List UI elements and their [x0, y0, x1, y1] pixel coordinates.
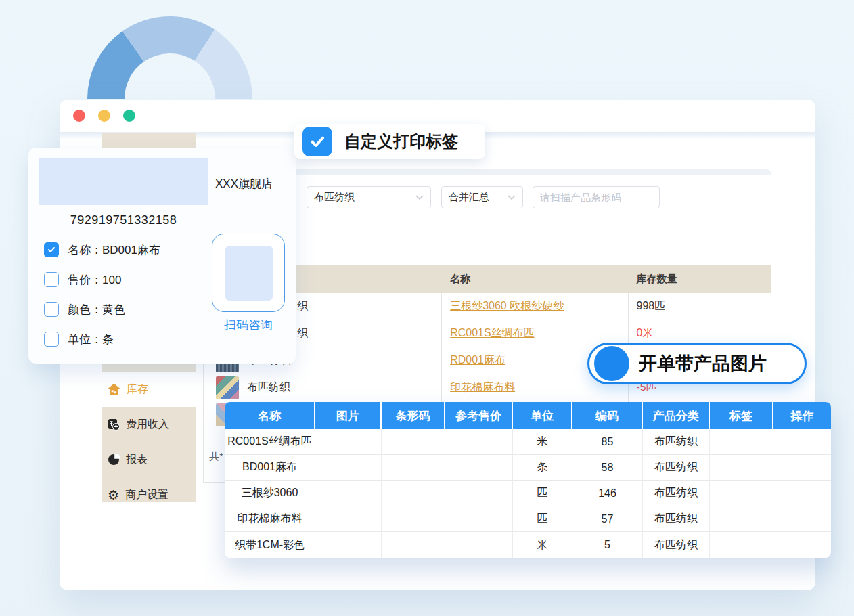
category-select-value: 布匹纺织: [314, 191, 355, 204]
feature-badge-print-label: 自定义打印标签: [294, 124, 485, 159]
check-icon: [47, 245, 56, 255]
cell: [315, 429, 382, 455]
col-header: 产品分类: [643, 402, 710, 429]
sidebar-item-label: 费用收入: [126, 418, 169, 432]
cell: [710, 506, 773, 532]
cell: [382, 455, 445, 481]
product-table-header: 名称 图片 条形码 参考售价 单位 编码 产品分类 标签 操作: [225, 402, 831, 429]
barcode-scan-field: [533, 186, 660, 208]
cell: [773, 481, 831, 506]
col-header: 条形码: [382, 402, 445, 429]
cell: 布匹纺织: [643, 532, 710, 558]
cell: 织带1CM-彩色: [225, 532, 315, 558]
cell: [382, 532, 445, 558]
chevron-down-icon: [508, 195, 516, 200]
product-name-link[interactable]: RD001麻布: [450, 353, 505, 368]
minimize-window-button[interactable]: [98, 110, 110, 122]
cell: [773, 429, 831, 455]
cell: 布匹纺织: [643, 481, 710, 506]
barcode-number: 792919751332158: [39, 213, 208, 227]
cell: [773, 455, 831, 481]
cell: 57: [572, 506, 643, 532]
cell: [773, 532, 831, 558]
merge-select-value: 合并汇总: [449, 191, 489, 204]
cell: BD001麻布: [225, 455, 315, 481]
sidebar-item-merchant-settings[interactable]: ⚙ 商户设置: [102, 477, 196, 502]
sidebar-item-inventory[interactable]: 库存: [102, 372, 196, 407]
cell: [382, 429, 445, 455]
check-icon: [309, 133, 326, 150]
field-checkbox[interactable]: [44, 242, 59, 257]
sidebar-item-reports[interactable]: 报表: [102, 442, 196, 477]
product-table-body: RC001S丝绸布匹米85布匹纺织 BD001麻布条58布匹纺织 三根纱3060…: [225, 429, 831, 558]
cell: RC001S丝绸布匹: [225, 429, 315, 455]
cell: [773, 506, 831, 532]
sidebar-item-label: 商户设置: [125, 488, 168, 502]
product-name-link[interactable]: 三根纱3060 欧根纱硬纱: [450, 299, 564, 313]
cell: [445, 532, 513, 558]
cell: 5: [572, 532, 643, 558]
label-image-placeholder: [39, 158, 208, 205]
print-label-card: XXX旗舰店 792919751332158 名称：BD001麻布 售价：100…: [28, 148, 296, 364]
cell: [382, 506, 445, 532]
field-checkbox[interactable]: [44, 302, 59, 317]
home-icon: [108, 383, 120, 395]
cell: [710, 532, 773, 558]
zoom-window-button[interactable]: [123, 110, 135, 122]
header-stock: 库存数量: [628, 265, 771, 293]
cell: [315, 455, 382, 481]
cell: 匹: [513, 481, 572, 506]
sidebar-item-label: 库存: [127, 382, 148, 397]
feature-badge-label: 自定义打印标签: [344, 131, 458, 152]
product-name-link[interactable]: RC001S丝绸布匹: [450, 326, 534, 340]
header-name: 名称: [441, 265, 627, 293]
label-field-row: 单位：条: [28, 324, 204, 354]
product-table-card: 名称 图片 条形码 参考售价 单位 编码 产品分类 标签 操作 RC001S丝绸…: [225, 402, 831, 558]
category-select[interactable]: 布匹纺织: [307, 186, 431, 208]
expense-icon: [108, 418, 120, 431]
merge-summary-select[interactable]: 合并汇总: [441, 186, 523, 208]
checked-checkbox-icon: [302, 127, 332, 156]
barcode-scan-input[interactable]: [540, 192, 652, 203]
cell: [315, 532, 382, 558]
chevron-down-icon: [415, 195, 424, 200]
close-window-button[interactable]: [73, 110, 85, 122]
cell: [315, 506, 382, 532]
field-checkbox[interactable]: [44, 272, 59, 287]
col-header: 参考售价: [445, 402, 513, 429]
field-checkbox[interactable]: [44, 332, 59, 347]
feature-callout-order-image: 开单带产品图片: [587, 343, 807, 384]
decorative-arc: [0, 0, 854, 100]
cell: [445, 481, 513, 506]
field-label: 颜色：黄色: [68, 302, 125, 317]
product-name-link[interactable]: 印花棉麻布料: [450, 380, 515, 395]
col-header: 编码: [572, 402, 643, 429]
cell: 米: [513, 532, 572, 558]
cell: [445, 506, 513, 532]
qr-code-image: [225, 246, 273, 301]
cell: 三根纱3060: [225, 481, 315, 506]
col-header: 操作: [773, 402, 831, 429]
cell: [710, 481, 773, 506]
cell: [382, 481, 445, 506]
cell: 布匹纺织: [643, 455, 710, 481]
label-field-row: 售价：100: [28, 265, 204, 294]
cell: 58: [572, 455, 643, 481]
cell: [315, 481, 382, 506]
qr-code-placeholder: [212, 234, 285, 312]
cell: [710, 429, 773, 455]
arc-segment-dark: [87, 31, 144, 99]
col-header: 标签: [710, 402, 773, 429]
arc-segment-light: [195, 30, 253, 99]
col-header: 单位: [513, 402, 572, 429]
qr-caption: 扫码咨询: [208, 317, 288, 333]
cell: [445, 429, 513, 455]
label-field-row: 名称：BD001麻布: [28, 235, 204, 265]
cell: 85: [572, 429, 643, 455]
field-label: 名称：BD001麻布: [68, 242, 160, 258]
feature-callout-label: 开单带产品图片: [639, 351, 767, 376]
cell: [710, 455, 773, 481]
cell: 146: [572, 481, 643, 506]
sidebar-item-expenses[interactable]: 费用收入: [102, 407, 196, 442]
col-header: 图片: [315, 402, 382, 429]
